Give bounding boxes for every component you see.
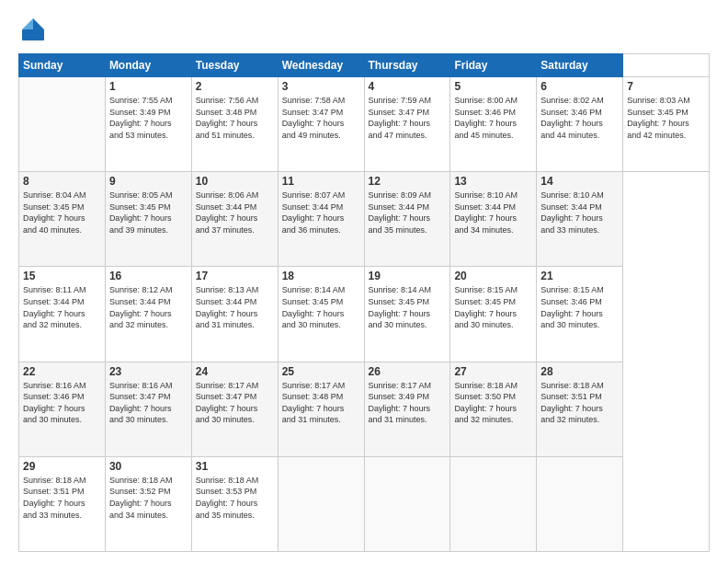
- col-header-tuesday: Tuesday: [191, 54, 278, 77]
- cell-info: Sunrise: 8:17 AM Sunset: 3:48 PM Dayligh…: [282, 380, 360, 426]
- week-row-4: 22 Sunrise: 8:16 AM Sunset: 3:46 PM Dayl…: [19, 362, 710, 456]
- logo: [18, 15, 51, 44]
- day-number: 11: [282, 175, 360, 188]
- calendar-cell: 7 Sunrise: 8:03 AM Sunset: 3:45 PM Dayli…: [623, 77, 710, 172]
- day-number: 12: [369, 175, 447, 188]
- cell-info: Sunrise: 8:13 AM Sunset: 3:44 PM Dayligh…: [196, 284, 274, 330]
- cell-info: Sunrise: 8:14 AM Sunset: 3:45 PM Dayligh…: [369, 284, 447, 330]
- calendar-cell: 12 Sunrise: 8:09 AM Sunset: 3:44 PM Dayl…: [364, 172, 450, 267]
- day-number: 24: [196, 365, 274, 378]
- cell-info: Sunrise: 8:00 AM Sunset: 3:46 PM Dayligh…: [454, 95, 532, 141]
- day-number: 6: [540, 80, 619, 93]
- cell-info: Sunrise: 8:10 AM Sunset: 3:44 PM Dayligh…: [540, 190, 619, 236]
- day-number: 28: [540, 365, 619, 378]
- calendar-cell: 22 Sunrise: 8:16 AM Sunset: 3:46 PM Dayl…: [19, 362, 106, 456]
- calendar-cell: 3 Sunrise: 7:58 AM Sunset: 3:47 PM Dayli…: [278, 77, 364, 172]
- calendar-cell: 24 Sunrise: 8:17 AM Sunset: 3:47 PM Dayl…: [191, 362, 278, 456]
- calendar-cell: 19 Sunrise: 8:14 AM Sunset: 3:45 PM Dayl…: [364, 267, 450, 362]
- day-number: 14: [540, 175, 619, 188]
- calendar-cell: 23 Sunrise: 8:16 AM Sunset: 3:47 PM Dayl…: [105, 362, 191, 456]
- cell-info: Sunrise: 8:16 AM Sunset: 3:46 PM Dayligh…: [23, 380, 101, 426]
- calendar-cell: [364, 456, 450, 551]
- calendar-cell: 27 Sunrise: 8:18 AM Sunset: 3:50 PM Dayl…: [450, 362, 537, 456]
- day-number: 30: [109, 460, 188, 473]
- calendar-cell: 28 Sunrise: 8:18 AM Sunset: 3:51 PM Dayl…: [537, 362, 623, 456]
- calendar-cell: 21 Sunrise: 8:15 AM Sunset: 3:46 PM Dayl…: [537, 267, 623, 362]
- cell-info: Sunrise: 8:18 AM Sunset: 3:51 PM Dayligh…: [23, 475, 101, 521]
- cell-info: Sunrise: 8:18 AM Sunset: 3:51 PM Dayligh…: [540, 380, 619, 426]
- cell-info: Sunrise: 8:16 AM Sunset: 3:47 PM Dayligh…: [109, 380, 188, 426]
- week-row-2: 8 Sunrise: 8:04 AM Sunset: 3:45 PM Dayli…: [19, 172, 710, 267]
- calendar-cell: 10 Sunrise: 8:06 AM Sunset: 3:44 PM Dayl…: [191, 172, 278, 267]
- cell-info: Sunrise: 8:02 AM Sunset: 3:46 PM Dayligh…: [540, 95, 619, 141]
- cell-info: Sunrise: 7:58 AM Sunset: 3:47 PM Dayligh…: [282, 95, 360, 141]
- cell-info: Sunrise: 8:17 AM Sunset: 3:47 PM Dayligh…: [196, 380, 274, 426]
- day-number: 18: [282, 270, 360, 282]
- page: SundayMondayTuesdayWednesdayThursdayFrid…: [0, 0, 728, 563]
- cell-info: Sunrise: 8:18 AM Sunset: 3:53 PM Dayligh…: [196, 475, 274, 521]
- calendar-cell: 1 Sunrise: 7:55 AM Sunset: 3:49 PM Dayli…: [105, 77, 191, 172]
- col-header-sunday: Sunday: [19, 54, 106, 77]
- cell-info: Sunrise: 8:05 AM Sunset: 3:45 PM Dayligh…: [109, 190, 188, 236]
- calendar-cell: 8 Sunrise: 8:04 AM Sunset: 3:45 PM Dayli…: [19, 172, 106, 267]
- day-number: 23: [109, 365, 188, 378]
- calendar-cell: 13 Sunrise: 8:10 AM Sunset: 3:44 PM Dayl…: [450, 172, 537, 267]
- calendar-cell: 14 Sunrise: 8:10 AM Sunset: 3:44 PM Dayl…: [537, 172, 623, 267]
- day-number: 22: [23, 365, 101, 378]
- col-header-wednesday: Wednesday: [278, 54, 364, 77]
- calendar-cell: 4 Sunrise: 7:59 AM Sunset: 3:47 PM Dayli…: [364, 77, 450, 172]
- day-number: 1: [109, 80, 188, 93]
- day-number: 16: [109, 270, 188, 282]
- calendar-cell: 30 Sunrise: 8:18 AM Sunset: 3:52 PM Dayl…: [105, 456, 191, 551]
- cell-info: Sunrise: 7:56 AM Sunset: 3:48 PM Dayligh…: [196, 95, 274, 141]
- calendar-cell: 2 Sunrise: 7:56 AM Sunset: 3:48 PM Dayli…: [191, 77, 278, 172]
- cell-info: Sunrise: 8:11 AM Sunset: 3:44 PM Dayligh…: [23, 284, 101, 330]
- svg-marker-1: [22, 18, 33, 29]
- day-number: 27: [454, 365, 532, 378]
- logo-icon: [18, 15, 48, 44]
- calendar-cell: 17 Sunrise: 8:13 AM Sunset: 3:44 PM Dayl…: [191, 267, 278, 362]
- week-row-5: 29 Sunrise: 8:18 AM Sunset: 3:51 PM Dayl…: [19, 456, 710, 551]
- calendar-table: SundayMondayTuesdayWednesdayThursdayFrid…: [18, 53, 710, 552]
- calendar-cell: 16 Sunrise: 8:12 AM Sunset: 3:44 PM Dayl…: [105, 267, 191, 362]
- col-header-thursday: Thursday: [364, 54, 450, 77]
- day-number: 21: [540, 270, 619, 282]
- day-number: 9: [109, 175, 188, 188]
- day-number: 4: [369, 80, 447, 93]
- cell-info: Sunrise: 8:15 AM Sunset: 3:45 PM Dayligh…: [454, 284, 532, 330]
- cell-info: Sunrise: 8:15 AM Sunset: 3:46 PM Dayligh…: [540, 284, 619, 330]
- calendar-cell: [19, 77, 106, 172]
- svg-marker-0: [33, 18, 44, 29]
- cell-info: Sunrise: 8:12 AM Sunset: 3:44 PM Dayligh…: [109, 284, 188, 330]
- cell-info: Sunrise: 8:09 AM Sunset: 3:44 PM Dayligh…: [369, 190, 447, 236]
- calendar-cell: 29 Sunrise: 8:18 AM Sunset: 3:51 PM Dayl…: [19, 456, 106, 551]
- calendar-cell: [450, 456, 537, 551]
- cell-info: Sunrise: 8:07 AM Sunset: 3:44 PM Dayligh…: [282, 190, 360, 236]
- day-number: 13: [454, 175, 532, 188]
- cell-info: Sunrise: 8:06 AM Sunset: 3:44 PM Dayligh…: [196, 190, 274, 236]
- day-number: 31: [196, 460, 274, 473]
- cell-info: Sunrise: 7:55 AM Sunset: 3:49 PM Dayligh…: [109, 95, 188, 141]
- col-header-friday: Friday: [450, 54, 537, 77]
- day-number: 5: [454, 80, 532, 93]
- day-number: 15: [23, 270, 101, 282]
- day-number: 2: [196, 80, 274, 93]
- calendar-cell: 18 Sunrise: 8:14 AM Sunset: 3:45 PM Dayl…: [278, 267, 364, 362]
- day-number: 10: [196, 175, 274, 188]
- week-row-3: 15 Sunrise: 8:11 AM Sunset: 3:44 PM Dayl…: [19, 267, 710, 362]
- calendar-cell: 11 Sunrise: 8:07 AM Sunset: 3:44 PM Dayl…: [278, 172, 364, 267]
- calendar-cell: 5 Sunrise: 8:00 AM Sunset: 3:46 PM Dayli…: [450, 77, 537, 172]
- cell-info: Sunrise: 8:03 AM Sunset: 3:45 PM Dayligh…: [627, 95, 705, 141]
- day-number: 19: [369, 270, 447, 282]
- calendar-cell: 25 Sunrise: 8:17 AM Sunset: 3:48 PM Dayl…: [278, 362, 364, 456]
- cell-info: Sunrise: 8:14 AM Sunset: 3:45 PM Dayligh…: [282, 284, 360, 330]
- day-number: 17: [196, 270, 274, 282]
- header: [18, 15, 710, 44]
- calendar-cell: 9 Sunrise: 8:05 AM Sunset: 3:45 PM Dayli…: [105, 172, 191, 267]
- day-number: 20: [454, 270, 532, 282]
- calendar-cell: [537, 456, 623, 551]
- cell-info: Sunrise: 8:10 AM Sunset: 3:44 PM Dayligh…: [454, 190, 532, 236]
- cell-info: Sunrise: 8:04 AM Sunset: 3:45 PM Dayligh…: [23, 190, 101, 236]
- day-number: 8: [23, 175, 101, 188]
- day-number: 3: [282, 80, 360, 93]
